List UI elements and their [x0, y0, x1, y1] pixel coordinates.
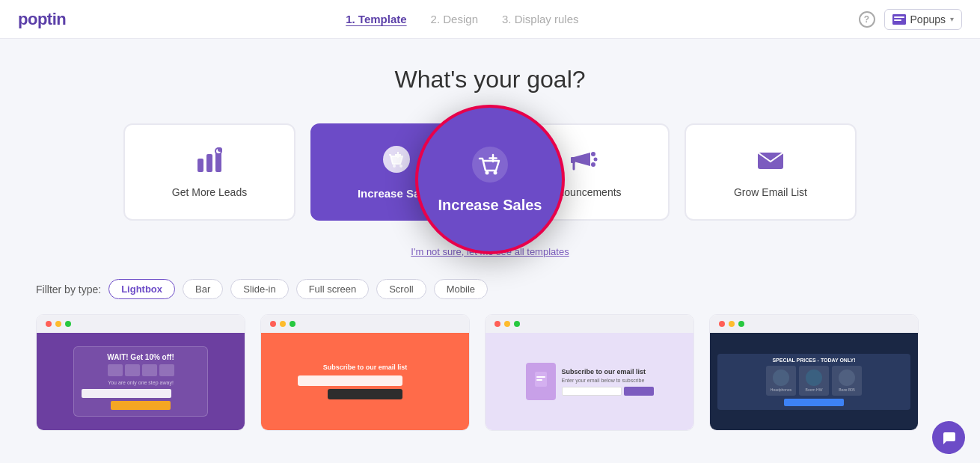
filter-bar[interactable]: Bar — [183, 279, 223, 299]
preview-coupon-code — [82, 364, 200, 376]
preview-product-1: Headphones — [766, 366, 796, 396]
product-label-2: Boom HW — [806, 387, 823, 392]
template-preview-1: WAIT! Get 10% off! You are only one step… — [37, 333, 245, 430]
template-preview-2: Subscribe to our email list — [261, 333, 469, 430]
dot-yellow-3 — [504, 321, 510, 327]
preview-coupon-btn — [111, 401, 171, 410]
filter-slidein[interactable]: Slide-in — [230, 279, 288, 299]
chat-icon — [940, 429, 957, 446]
leads-icon — [195, 147, 224, 177]
templates-row: WAIT! Get 10% off! You are only one step… — [36, 314, 944, 431]
preview-coral-title: Subscribe to our email list — [298, 364, 432, 371]
sales-icon — [382, 144, 411, 178]
preview-light: Subscribe to our email list Enter your e… — [486, 333, 693, 430]
goal-card-email[interactable]: Grow Email List — [685, 123, 857, 221]
preview-coral-input — [298, 375, 402, 386]
dot-red-1 — [46, 321, 52, 327]
preview-coral-inner: Subscribe to our email list — [298, 364, 432, 399]
svg-point-22 — [472, 147, 508, 183]
logo-text: poptin — [18, 10, 66, 28]
header-right: ? Popups ▾ — [859, 9, 962, 30]
svg-point-23 — [486, 171, 489, 175]
dot-red-2 — [270, 321, 276, 327]
dot-red-3 — [494, 321, 500, 327]
filter-fullscreen[interactable]: Full screen — [296, 279, 370, 299]
preview-tech-products: Headphones Boom HW Boze B05 — [721, 366, 907, 396]
preview-light-img — [526, 363, 556, 400]
preview-tech: SPECIAL PRICES - TODAY ONLY! Headphones … — [710, 333, 918, 430]
svg-point-15 — [591, 152, 595, 156]
template-card-3[interactable]: Subscribe to our email list Enter your e… — [485, 314, 694, 431]
template-card-4[interactable]: SPECIAL PRICES - TODAY ONLY! Headphones … — [709, 314, 919, 431]
svg-point-8 — [218, 147, 222, 152]
preview-coral-btn — [328, 389, 402, 399]
preview-light-input — [562, 387, 622, 396]
step-display-rules[interactable]: 3. Display rules — [502, 13, 579, 25]
preview-light-title: Subscribe to our email list — [562, 368, 654, 375]
preview-tech-inner: SPECIAL PRICES - TODAY ONLY! Headphones … — [717, 354, 910, 410]
svg-point-11 — [399, 165, 402, 168]
page-title: What's your goal? — [36, 66, 944, 93]
template-preview-3: Subscribe to our email list Enter your e… — [486, 333, 693, 430]
filter-label: Fillter by type: — [36, 283, 101, 295]
popups-icon — [892, 14, 906, 25]
logo: poptin — [18, 10, 66, 29]
svg-rect-20 — [536, 376, 545, 378]
preview-light-btn — [624, 387, 654, 396]
step-design[interactable]: 2. Design — [431, 13, 478, 25]
filter-scroll[interactable]: Scroll — [376, 279, 426, 299]
template-card-2[interactable]: Subscribe to our email list — [260, 314, 470, 431]
template-card-header-2 — [261, 315, 469, 333]
filter-row: Fillter by type: Lightbox Bar Slide-in F… — [36, 279, 944, 299]
email-icon — [755, 147, 786, 177]
template-preview-4: SPECIAL PRICES - TODAY ONLY! Headphones … — [710, 333, 918, 430]
preview-coupon-title: WAIT! Get 10% off! — [82, 353, 200, 361]
preview-coupon: WAIT! Get 10% off! You are only one step… — [37, 333, 245, 430]
product-label-1: Headphones — [771, 387, 791, 392]
chat-bubble[interactable] — [932, 421, 965, 454]
goal-card-leads[interactable]: Get More Leads — [123, 123, 295, 221]
svg-rect-2 — [894, 19, 901, 21]
preview-tech-banner: SPECIAL PRICES - TODAY ONLY! Headphones … — [717, 354, 910, 410]
preview-light-sub: Enter your email below to subscribe — [562, 378, 654, 383]
circle-label: Increase Sales — [438, 197, 542, 214]
popups-button[interactable]: Popups ▾ — [884, 9, 962, 30]
preview-light-inputs — [562, 387, 654, 396]
template-card-header-1 — [37, 315, 245, 333]
cart-icon-large — [471, 145, 509, 192]
dropdown-arrow: ▾ — [950, 15, 954, 23]
template-card-1[interactable]: WAIT! Get 10% off! You are only one step… — [36, 314, 245, 431]
popups-label: Popups — [910, 13, 946, 25]
dot-yellow-1 — [55, 321, 61, 327]
help-button[interactable]: ? — [859, 11, 875, 28]
preview-product-2: Boom HW — [799, 366, 829, 396]
product-label-3: Boze B05 — [839, 387, 855, 392]
dot-green-2 — [290, 321, 295, 327]
preview-coupon-input — [82, 389, 171, 398]
product-img-2 — [806, 370, 822, 386]
email-label: Grow Email List — [734, 186, 807, 198]
preview-light-content: Subscribe to our email list Enter your e… — [562, 368, 654, 396]
preview-coral: Subscribe to our email list — [261, 333, 469, 430]
leads-label: Get More Leads — [172, 186, 247, 198]
preview-coupon-sub: You are only one step away! — [82, 380, 200, 385]
svg-point-24 — [494, 171, 497, 175]
steps-nav: 1. Template 2. Design 3. Display rules — [346, 13, 578, 25]
svg-rect-4 — [206, 154, 212, 172]
filter-lightbox[interactable]: Lightbox — [108, 279, 175, 299]
announce-icon — [568, 147, 599, 177]
filter-mobile[interactable]: Mobile — [434, 279, 488, 299]
step-template[interactable]: 1. Template — [346, 13, 406, 25]
product-img-1 — [773, 370, 789, 386]
svg-rect-14 — [571, 157, 575, 163]
svg-point-10 — [393, 165, 396, 168]
dot-yellow-4 — [729, 321, 735, 327]
dot-green-3 — [514, 321, 520, 327]
header: poptin 1. Template 2. Design 3. Display … — [0, 0, 980, 39]
product-img-3 — [839, 370, 855, 386]
preview-product-3: Boze B05 — [832, 366, 862, 396]
preview-light-inner: Subscribe to our email list Enter your e… — [526, 363, 654, 400]
preview-tech-title: SPECIAL PRICES - TODAY ONLY! — [721, 358, 907, 363]
svg-rect-1 — [894, 16, 904, 18]
preview-tech-cta — [784, 399, 844, 406]
